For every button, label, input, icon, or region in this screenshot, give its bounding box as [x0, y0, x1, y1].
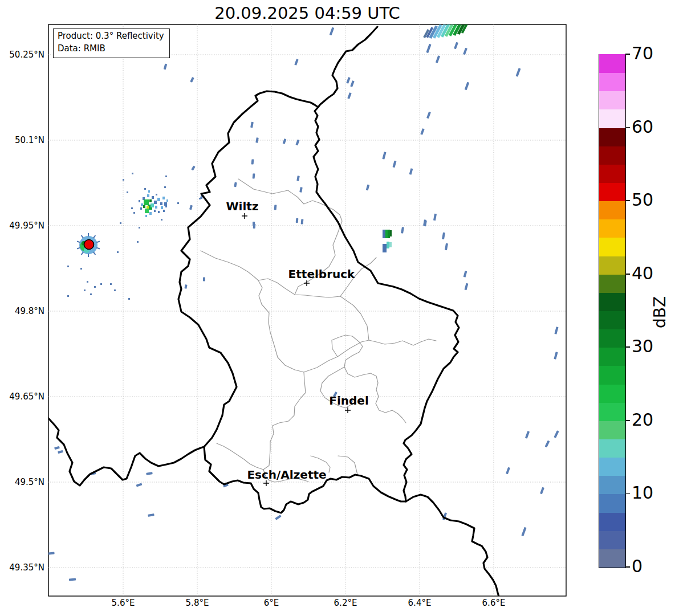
echo-cell	[388, 230, 390, 238]
echo-dot	[144, 188, 146, 190]
echo-dot	[67, 295, 69, 297]
lon-tick-label: 6.4°E	[408, 598, 432, 608]
echo-cell	[383, 230, 385, 238]
colorbar-segment	[599, 91, 625, 109]
echo-cell	[141, 203, 143, 206]
colorbar-segment	[599, 512, 625, 531]
echo-dot	[133, 212, 135, 214]
echo-cell	[163, 210, 165, 212]
colorbar-segment	[599, 365, 625, 384]
radar-site-marker	[84, 240, 94, 250]
lat-tick-label: 50.1°N	[0, 135, 44, 145]
colorbar-tick-label: 10	[632, 483, 653, 503]
site-spoke	[88, 233, 89, 236]
colorbar-tick-mark	[625, 420, 630, 421]
lon-tick-label: 6.6°E	[482, 598, 506, 608]
colorbar-segment	[599, 256, 625, 275]
colorbar-segment	[599, 475, 625, 494]
echo-cell	[139, 200, 140, 202]
colorbar-tick-mark	[625, 346, 630, 348]
lat-tick-label: 49.65°N	[0, 391, 44, 402]
echo-dot	[114, 289, 116, 291]
echo-dot	[87, 281, 88, 283]
echo-dot	[128, 298, 130, 300]
lat-tick-label: 49.8°N	[0, 306, 44, 316]
city-label: Wiltz	[226, 199, 259, 213]
echo-cell	[390, 230, 392, 236]
echo-cell	[385, 230, 388, 238]
colorbar-segment	[599, 421, 625, 439]
echo-dot	[100, 283, 102, 285]
lon-tick-label: 6°E	[264, 598, 279, 608]
colorbar-segment	[599, 402, 625, 421]
echo-dot	[131, 207, 133, 209]
colorbar-tick-mark	[625, 566, 630, 568]
colorbar-segment	[599, 329, 625, 348]
lon-tick-label: 5.6°E	[112, 598, 135, 608]
echo-cell	[166, 199, 168, 202]
lat-tick-label: 49.95°N	[0, 221, 44, 231]
data-source-line: Data: RMIB	[58, 43, 164, 55]
site-spoke	[88, 254, 89, 257]
colorbar-tick-mark	[625, 127, 630, 128]
echo-dot	[199, 198, 201, 199]
colorbar-tick-mark	[625, 274, 630, 275]
colorbar-tick-label: 70	[632, 43, 653, 63]
colorbar-segment	[599, 237, 625, 256]
echo-cell	[161, 206, 163, 209]
echo-dot	[139, 227, 140, 229]
echo-cell	[147, 206, 149, 209]
echo-dash	[274, 205, 277, 210]
colorbar-segment	[599, 292, 625, 311]
product-legend: Product: 0.3° Reflectivity Data: RMIB	[53, 28, 170, 58]
colorbar-tick-mark	[625, 200, 630, 201]
echo-cell	[145, 209, 149, 213]
colorbar-segment	[599, 311, 625, 329]
echo-dash	[203, 278, 205, 282]
colorbar-tick-label: 40	[632, 263, 653, 283]
colorbar-segment	[599, 164, 625, 183]
echo-cell	[389, 242, 392, 247]
colorbar-segment	[599, 128, 625, 146]
lon-tick-label: 6.2°E	[334, 598, 357, 608]
colorbar-segment	[599, 146, 625, 165]
colorbar-tick-label: 20	[632, 410, 653, 430]
echo-dot	[90, 293, 92, 295]
product-line: Product: 0.3° Reflectivity	[58, 30, 164, 43]
echo-dash	[296, 218, 299, 223]
echo-cell	[154, 201, 157, 204]
echo-dot	[156, 194, 157, 195]
echo-cell	[149, 212, 152, 215]
colorbar-segment	[599, 182, 625, 201]
echo-dot	[161, 219, 162, 221]
echo-cell	[165, 205, 167, 207]
colorbar-tick-label: 0	[632, 556, 643, 576]
city-label: Esch/Alzette	[247, 468, 326, 482]
colorbar-segment	[599, 201, 625, 219]
echo-cell	[160, 202, 162, 205]
echo-cell	[140, 207, 142, 210]
echo-cell	[143, 205, 145, 208]
radar-figure: 20.09.2025 04:59 UTC WiltzEtt	[0, 0, 675, 616]
echo-dash	[301, 219, 304, 224]
colorbar-segment	[599, 274, 625, 293]
colorbar-segment	[599, 549, 625, 568]
colorbar-tick-mark	[625, 54, 630, 55]
map-frame	[48, 25, 566, 596]
colorbar-segment	[599, 457, 625, 476]
lat-tick-label: 49.35°N	[0, 562, 44, 573]
echo-cell	[158, 211, 160, 213]
echo-dot	[165, 176, 167, 177]
echo-dash	[253, 173, 255, 178]
echo-dot	[177, 202, 179, 204]
echo-dot	[123, 179, 124, 181]
echo-cell	[387, 242, 389, 248]
echo-cell	[144, 199, 149, 205]
echo-cell	[148, 190, 150, 193]
echo-dot	[110, 283, 112, 285]
echo-dot	[67, 266, 69, 267]
echo-dot	[117, 251, 119, 253]
lat-tick-label: 49.5°N	[0, 477, 44, 487]
echo-dot	[84, 289, 86, 291]
colorbar-tick-label: 60	[632, 117, 653, 137]
